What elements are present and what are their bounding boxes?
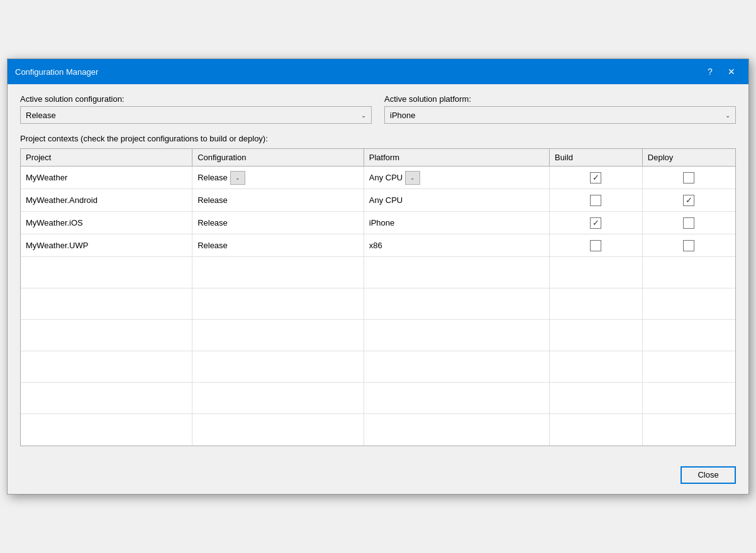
solution-platform-dropdown[interactable]: iPhone ⌄ bbox=[384, 106, 736, 124]
cell-project: MyWeather.Android bbox=[21, 189, 192, 212]
cell-platform-dropdown-btn[interactable]: ⌄ bbox=[405, 171, 420, 185]
cell-project: MyWeather bbox=[21, 167, 192, 189]
cell-deploy bbox=[642, 234, 735, 257]
deploy-checkbox[interactable] bbox=[683, 172, 694, 183]
project-table-container: Project Configuration Platform Build Dep… bbox=[20, 148, 736, 446]
title-bar-left: Configuration Manager bbox=[15, 67, 98, 77]
empty-row bbox=[21, 288, 735, 320]
cell-config: Release⌄ bbox=[192, 167, 364, 189]
help-button[interactable]: ? bbox=[701, 64, 720, 79]
cell-config-value: Release bbox=[197, 173, 228, 182]
cell-config: Release bbox=[192, 189, 364, 212]
cell-platform: x86 bbox=[364, 234, 549, 257]
solution-platform-label: Active solution platform: bbox=[384, 94, 736, 104]
cell-deploy-checkbox-wrapper bbox=[648, 217, 730, 229]
solution-config-field: Active solution configuration: Release ⌄ bbox=[20, 94, 372, 124]
solution-config-dropdown[interactable]: Release ⌄ bbox=[20, 106, 372, 124]
solution-config-arrow: ⌄ bbox=[361, 112, 366, 119]
solution-config-value: Release bbox=[26, 111, 56, 120]
cell-build bbox=[550, 167, 643, 189]
title-close-button[interactable]: ✕ bbox=[722, 64, 741, 79]
table-body: MyWeatherRelease⌄Any CPU⌄MyWeather.Andro… bbox=[21, 167, 735, 446]
solution-platform-field: Active solution platform: iPhone ⌄ bbox=[384, 94, 736, 124]
cell-deploy bbox=[642, 212, 735, 234]
solution-platform-arrow: ⌄ bbox=[725, 112, 730, 119]
build-checkbox[interactable] bbox=[590, 195, 601, 206]
cell-build-checkbox-wrapper bbox=[555, 172, 637, 183]
col-header-platform: Platform bbox=[364, 149, 549, 167]
cell-platform: iPhone bbox=[364, 212, 549, 234]
table-row: MyWeatherRelease⌄Any CPU⌄ bbox=[21, 167, 735, 189]
empty-row bbox=[21, 414, 735, 446]
col-header-configuration: Configuration bbox=[192, 149, 364, 167]
cell-platform: Any CPU⌄ bbox=[364, 167, 549, 189]
dialog-footer: Close bbox=[8, 459, 748, 494]
cell-deploy-checkbox-wrapper bbox=[648, 172, 730, 183]
cell-build bbox=[550, 234, 643, 257]
empty-row bbox=[21, 383, 735, 414]
cell-build bbox=[550, 212, 643, 234]
table-row: MyWeather.iOSReleaseiPhone bbox=[21, 212, 735, 234]
cell-config-dropdown-btn[interactable]: ⌄ bbox=[230, 171, 245, 185]
cell-platform-value: Any CPU bbox=[369, 173, 403, 182]
cell-build-checkbox-wrapper bbox=[555, 195, 637, 206]
empty-row bbox=[21, 320, 735, 351]
solution-config-label: Active solution configuration: bbox=[20, 94, 372, 104]
build-checkbox[interactable] bbox=[590, 172, 601, 183]
project-table: Project Configuration Platform Build Dep… bbox=[21, 149, 735, 446]
cell-build-checkbox-wrapper bbox=[555, 240, 637, 251]
close-button[interactable]: Close bbox=[681, 466, 736, 484]
cell-project: MyWeather.UWP bbox=[21, 234, 192, 257]
solution-platform-value: iPhone bbox=[390, 111, 415, 120]
col-header-build: Build bbox=[550, 149, 643, 167]
col-header-project: Project bbox=[21, 149, 192, 167]
cell-deploy bbox=[642, 167, 735, 189]
table-row: MyWeather.AndroidReleaseAny CPU bbox=[21, 189, 735, 212]
col-header-deploy: Deploy bbox=[642, 149, 735, 167]
project-contexts-label: Project contexts (check the project conf… bbox=[20, 134, 736, 143]
dialog-content: Active solution configuration: Release ⌄… bbox=[8, 84, 748, 459]
deploy-checkbox[interactable] bbox=[683, 195, 694, 206]
cell-config: Release bbox=[192, 234, 364, 257]
cell-config: Release bbox=[192, 212, 364, 234]
configuration-manager-dialog: Configuration Manager ? ✕ Active solutio… bbox=[7, 58, 749, 495]
empty-row bbox=[21, 351, 735, 383]
table-header-row: Project Configuration Platform Build Dep… bbox=[21, 149, 735, 167]
solution-row: Active solution configuration: Release ⌄… bbox=[20, 94, 736, 124]
cell-platform: Any CPU bbox=[364, 189, 549, 212]
title-bar: Configuration Manager ? ✕ bbox=[8, 59, 748, 84]
cell-build-checkbox-wrapper bbox=[555, 217, 637, 229]
cell-build bbox=[550, 189, 643, 212]
cell-deploy bbox=[642, 189, 735, 212]
cell-deploy-checkbox-wrapper bbox=[648, 240, 730, 251]
cell-deploy-checkbox-wrapper bbox=[648, 195, 730, 206]
build-checkbox[interactable] bbox=[590, 240, 601, 251]
table-row: MyWeather.UWPReleasex86 bbox=[21, 234, 735, 257]
deploy-checkbox[interactable] bbox=[683, 217, 694, 229]
deploy-checkbox[interactable] bbox=[683, 240, 694, 251]
cell-project: MyWeather.iOS bbox=[21, 212, 192, 234]
empty-row bbox=[21, 257, 735, 288]
title-bar-controls: ? ✕ bbox=[701, 64, 741, 79]
dialog-title: Configuration Manager bbox=[15, 67, 98, 77]
build-checkbox[interactable] bbox=[590, 217, 601, 229]
